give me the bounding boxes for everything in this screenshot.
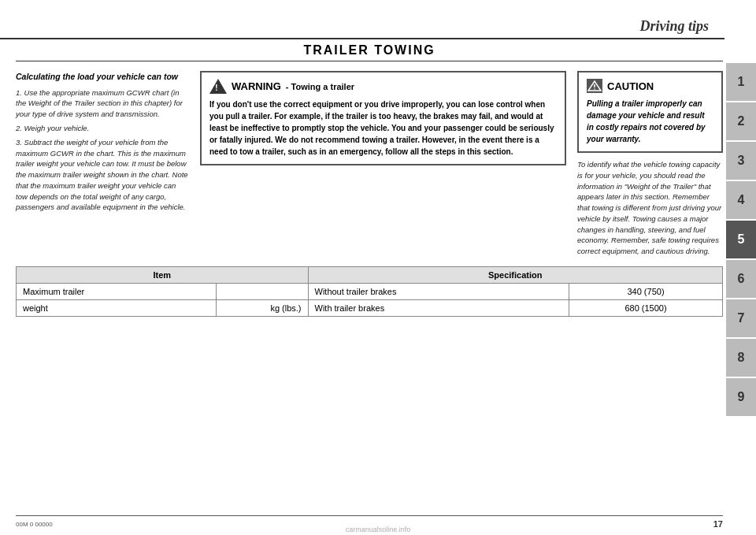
- page-title: TRAILER TOWING: [16, 43, 723, 61]
- table-cell-spec-value-2: 680 (1500): [569, 299, 723, 316]
- two-col-layout: Calculating the load your vehicle can to…: [16, 71, 723, 257]
- col-header-spec: Specification: [308, 266, 723, 283]
- side-tab-7[interactable]: 7: [726, 299, 756, 337]
- table-cell-item-unit-1: [216, 283, 308, 299]
- caution-box: CAUTION Pulling a trailer improperly can…: [577, 71, 723, 153]
- col-header-item: Item: [17, 266, 309, 283]
- table-cell-item-label-2: weight: [17, 299, 217, 316]
- table-cell-spec-value-1: 340 (750): [569, 283, 723, 299]
- main-content: TRAILER TOWING Calculating the load your…: [16, 43, 723, 503]
- side-tab-5-active[interactable]: 5: [726, 221, 756, 258]
- warning-triangle-icon: [209, 79, 227, 94]
- table-row: Maximum trailer Without trailer brakes 3…: [17, 283, 723, 299]
- side-tab-4[interactable]: 4: [726, 181, 756, 219]
- table-cell-item-unit-2: kg (lbs.): [216, 299, 308, 316]
- header: Driving tips: [0, 0, 724, 39]
- table-header-row: Item Specification: [17, 266, 723, 283]
- svg-point-1: [594, 88, 595, 90]
- caution-label: CAUTION: [607, 80, 654, 92]
- side-tab-1[interactable]: 1: [726, 63, 756, 101]
- left-para-3: 3. Subtract the weight of your vehicle f…: [16, 137, 189, 213]
- warning-label: WARNING: [232, 80, 281, 92]
- table-cell-spec-type-1: Without trailer brakes: [308, 283, 569, 299]
- side-tab-6[interactable]: 6: [726, 260, 756, 298]
- spec-table: Item Specification Maximum trailer Witho…: [16, 266, 723, 317]
- right-col-body: To identify what the vehicle towing capa…: [577, 159, 723, 257]
- side-tab-9[interactable]: 9: [726, 378, 756, 416]
- left-col-title: Calculating the load your vehicle can to…: [16, 71, 189, 83]
- left-para-1: 1. Use the appropriate maximum GCWR char…: [16, 87, 189, 120]
- watermark: carmanualsoline.info: [0, 526, 756, 533]
- warning-header: WARNING - Towing a trailer: [209, 79, 557, 94]
- warning-box: WARNING - Towing a trailer If you don't …: [200, 71, 566, 165]
- side-tabs-container: 1 2 3 4 5 6 7 8 9: [726, 63, 756, 416]
- left-column: Calculating the load your vehicle can to…: [16, 71, 189, 257]
- side-tab-3[interactable]: 3: [726, 142, 756, 180]
- caution-icon: [587, 79, 602, 93]
- right-column: CAUTION Pulling a trailer improperly can…: [577, 71, 723, 257]
- left-para-2: 2. Weigh your vehicle.: [16, 123, 189, 134]
- left-col-body: 1. Use the appropriate maximum GCWR char…: [16, 87, 189, 213]
- table-row: weight kg (lbs.) With trailer brakes 680…: [17, 299, 723, 316]
- header-title: Driving tips: [639, 18, 709, 35]
- caution-text: Pulling a trailer improperly can damage …: [587, 98, 713, 145]
- middle-column: WARNING - Towing a trailer If you don't …: [200, 71, 566, 257]
- caution-header: CAUTION: [587, 79, 713, 93]
- warning-text: If you don't use the correct equipment o…: [209, 98, 557, 158]
- table-cell-item-label-1: Maximum trailer: [17, 283, 217, 299]
- side-tab-8[interactable]: 8: [726, 339, 756, 377]
- table-section: Item Specification Maximum trailer Witho…: [16, 266, 723, 317]
- table-cell-spec-type-2: With trailer brakes: [308, 299, 569, 316]
- side-tab-2[interactable]: 2: [726, 102, 756, 140]
- warning-subtitle: - Towing a trailer: [286, 82, 354, 91]
- page: Driving tips TRAILER TOWING Calculating …: [0, 0, 756, 535]
